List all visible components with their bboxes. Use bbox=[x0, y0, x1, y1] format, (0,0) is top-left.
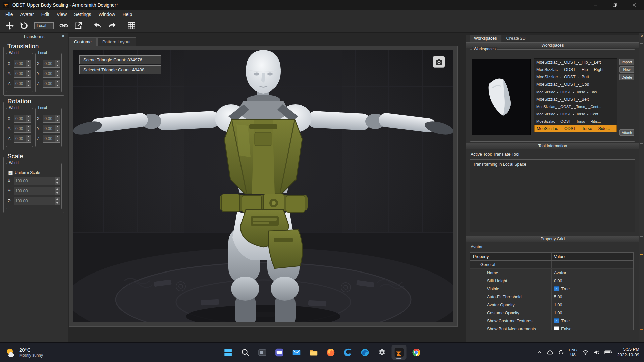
value-checkbox[interactable]: ✓ bbox=[554, 318, 559, 323]
scale-world-x-input[interactable]: 100.00 bbox=[14, 177, 60, 185]
workspace-item[interactable]: MoeSizzlac_-_ODST_-_Torso_-_Side... bbox=[534, 125, 617, 132]
workspace-item[interactable]: MoeSizzlac_-_ODST_-_Hip_-_Right bbox=[534, 66, 617, 73]
wifi-button[interactable] bbox=[581, 346, 590, 359]
menu-item-view[interactable]: View bbox=[53, 10, 70, 19]
delete-button[interactable]: Delete bbox=[619, 74, 634, 80]
translation-world-y-stepper[interactable] bbox=[26, 70, 31, 77]
dock-close-icon[interactable]: ✕ bbox=[640, 34, 643, 38]
translation-local-y-stepper[interactable] bbox=[55, 70, 60, 77]
translation-world-x-input[interactable]: 0.00 bbox=[14, 60, 31, 68]
translation-local-x-stepper[interactable] bbox=[55, 60, 60, 67]
rotation-world-x-input[interactable]: 0.00 bbox=[14, 115, 31, 123]
blue-c-app-button[interactable] bbox=[340, 345, 355, 360]
menu-item-edit[interactable]: Edit bbox=[38, 10, 53, 19]
column-value[interactable]: Value bbox=[552, 253, 633, 260]
tab-workspaces[interactable]: Workspaces bbox=[470, 35, 501, 42]
teams-chat-button[interactable] bbox=[272, 345, 287, 360]
close-button[interactable] bbox=[625, 0, 644, 10]
property-row[interactable]: General bbox=[470, 261, 633, 269]
rotation-local-y-stepper[interactable] bbox=[55, 125, 60, 132]
workspace-item[interactable]: MoeSizzlac_-_ODST_-_Butt bbox=[534, 73, 617, 81]
property-row[interactable]: Costume Opacity1.00 bbox=[470, 309, 633, 317]
undo-button[interactable] bbox=[92, 20, 103, 31]
rotation-world-x-stepper[interactable] bbox=[26, 115, 31, 122]
property-value[interactable]: 1.00 bbox=[552, 309, 633, 317]
screenshot-button[interactable] bbox=[433, 56, 445, 68]
property-row[interactable]: Visible✓True bbox=[470, 285, 633, 293]
grid-button[interactable] bbox=[126, 20, 137, 31]
translation-world-y-input[interactable]: 0.00 bbox=[14, 70, 31, 78]
battery-button[interactable] bbox=[603, 346, 614, 359]
maximize-restore-button[interactable] bbox=[605, 0, 625, 10]
clock[interactable]: 5:55 PM 2022-10-09 bbox=[615, 347, 642, 358]
start-button[interactable] bbox=[221, 345, 235, 360]
tab-pattern-layout[interactable]: Pattern Layout bbox=[97, 37, 136, 46]
property-row[interactable]: Avatar Opacity1.00 bbox=[470, 301, 633, 309]
chrome-button[interactable] bbox=[409, 345, 424, 360]
hidden-icons-button[interactable] bbox=[535, 346, 543, 359]
value-checkbox[interactable] bbox=[554, 326, 559, 330]
value-checkbox[interactable]: ✓ bbox=[554, 286, 559, 291]
tab-costume[interactable]: Costume bbox=[69, 37, 97, 46]
scale-world-y-stepper[interactable] bbox=[55, 187, 60, 195]
taskview-button[interactable] bbox=[255, 345, 270, 360]
property-value[interactable]: ✓True bbox=[552, 317, 633, 325]
rotation-world-y-stepper[interactable] bbox=[26, 125, 31, 132]
rotation-local-x-stepper[interactable] bbox=[55, 115, 60, 122]
translation-local-z-input[interactable]: 0.00 bbox=[43, 80, 60, 88]
scroll-marker-top[interactable] bbox=[640, 254, 643, 255]
uniform-scale-checkbox[interactable]: ✓ Uniform Scale bbox=[8, 170, 59, 175]
scale-world-x-stepper[interactable] bbox=[55, 177, 60, 185]
tab-create-2d[interactable]: Create 2D bbox=[502, 35, 530, 42]
right-edge-strip[interactable]: ✕ bbox=[639, 33, 644, 342]
close-panel-icon[interactable]: ✕ bbox=[62, 34, 65, 38]
rotation-local-z-input[interactable]: 0.00 bbox=[43, 135, 60, 143]
minimize-button[interactable] bbox=[586, 0, 605, 10]
tool-information-header[interactable]: Tool Information bbox=[466, 143, 639, 149]
mail-button[interactable] bbox=[289, 345, 304, 360]
property-value[interactable]: 1.00 bbox=[552, 301, 633, 309]
menu-item-help[interactable]: Help bbox=[119, 10, 136, 19]
scroll-marker-bottom[interactable] bbox=[640, 329, 643, 330]
property-row[interactable]: Auto-Fit Threshold5.00 bbox=[470, 293, 633, 301]
search-button[interactable] bbox=[238, 345, 253, 360]
move-tool-button[interactable] bbox=[4, 20, 15, 31]
menu-item-settings[interactable]: Settings bbox=[70, 10, 95, 19]
redo-button[interactable] bbox=[106, 20, 118, 31]
rotation-local-x-input[interactable]: 0.00 bbox=[43, 115, 60, 123]
rotation-world-z-input[interactable]: 0.00 bbox=[14, 135, 31, 143]
translation-world-z-stepper[interactable] bbox=[26, 80, 31, 87]
title-bar[interactable]: ODST Upper Body Scaling - Armorsmith Des… bbox=[0, 0, 644, 10]
column-property[interactable]: Property bbox=[470, 253, 552, 260]
armorsmith-taskbar-button[interactable] bbox=[392, 345, 407, 360]
workspace-preview-thumbnail[interactable] bbox=[472, 59, 531, 135]
firefox-button[interactable] bbox=[323, 345, 338, 360]
edge-button[interactable] bbox=[358, 345, 372, 360]
property-row[interactable]: Stilt Height0.00 bbox=[470, 277, 633, 285]
export-button[interactable] bbox=[72, 20, 84, 31]
property-row[interactable]: Show Bust MeasurementsFalse bbox=[470, 325, 633, 330]
workspace-item[interactable]: MoeSizzlac_-_ODST_-_Torso_-_Bas... bbox=[534, 88, 617, 96]
weather-widget[interactable]: 20°C Mostly sunny bbox=[0, 343, 48, 362]
workspace-list[interactable]: MoeSizzlac_-_ODST_-_Hip_-_LeftMoeSizzlac… bbox=[534, 58, 617, 132]
link-button[interactable] bbox=[58, 20, 69, 31]
sync-button[interactable] bbox=[557, 346, 566, 359]
translation-world-x-stepper[interactable] bbox=[26, 60, 31, 67]
property-value[interactable]: Avatar bbox=[552, 269, 633, 277]
new-button[interactable]: New bbox=[619, 66, 634, 73]
property-value[interactable]: ✓True bbox=[552, 285, 633, 293]
translation-local-z-stepper[interactable] bbox=[55, 80, 60, 87]
language-indicator[interactable]: ENGUS bbox=[567, 348, 579, 357]
menu-item-window[interactable]: Window bbox=[95, 10, 119, 19]
import-button[interactable]: Import bbox=[619, 59, 634, 65]
rotation-world-z-stepper[interactable] bbox=[26, 135, 31, 142]
property-row[interactable]: Show Costume Textures✓True bbox=[470, 317, 633, 325]
workspace-item[interactable]: MoeSizzlac_-_ODST_-_Torso_-_Cent... bbox=[534, 103, 617, 110]
workspace-item[interactable]: MoeSizzlac_-_ODST_-_Torso_-_Cent... bbox=[534, 110, 617, 118]
onedrive-button[interactable] bbox=[545, 346, 555, 359]
property-row[interactable]: NameAvatar bbox=[470, 269, 633, 277]
space-mode-combo[interactable]: Local bbox=[34, 22, 54, 29]
file-explorer-button[interactable] bbox=[306, 345, 321, 360]
translation-local-x-input[interactable]: 0.00 bbox=[43, 60, 60, 68]
scene-3d-view[interactable]: Scene Triangle Count: 834976 Selected Tr… bbox=[73, 50, 453, 322]
